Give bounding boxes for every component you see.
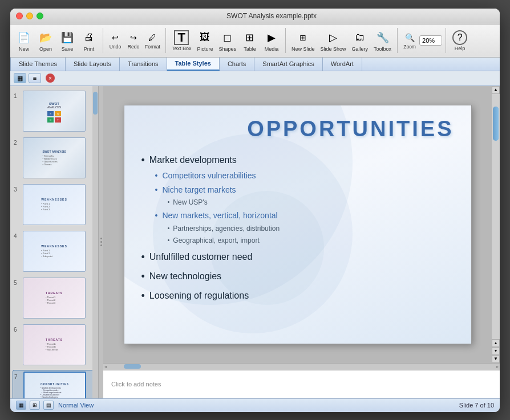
separator-4 (397, 28, 398, 53)
slide-thumb-4: WEAKNESSES • Point 1• Point 2• Sub-point (23, 231, 86, 272)
slide-item-3[interactable]: 3 WEAKNESSES • Point 1• Point 2• Point 3 (13, 183, 96, 226)
newslide-label: New Slide (292, 46, 315, 52)
bullet-competitors: Competitors vulnerabilities (155, 169, 454, 182)
new-icon: 📄 (16, 30, 32, 46)
tab-transitions[interactable]: Transitions (120, 58, 167, 71)
slide-list: 1 SWOT ANALYSIS S W O T (10, 86, 98, 398)
shapes-button[interactable]: ◻ Shapes (216, 28, 238, 53)
newslide-button[interactable]: ⊞ New Slide (289, 28, 317, 53)
zoom-icon: 🔍 (403, 31, 416, 44)
separator-1 (103, 28, 103, 53)
zoom-input[interactable]: 20% (419, 35, 442, 46)
toolbox-label: Toolbox (374, 46, 391, 52)
status-normal-view-button[interactable]: ▦ (16, 401, 26, 410)
status-grid-view-button[interactable]: ⊞ (30, 401, 40, 410)
notes-area[interactable]: Click to add notes (103, 370, 500, 398)
tab-smartart[interactable]: SmartArt Graphics (254, 58, 322, 71)
scroll-down-btn-1[interactable]: ▴ (492, 339, 500, 347)
close-button[interactable] (16, 13, 23, 19)
save-button[interactable]: 💾 Save (57, 28, 78, 53)
undo-button[interactable]: ↩ Undo (107, 31, 124, 50)
tab-table-styles[interactable]: Table Styles (167, 58, 220, 71)
slide-item-5[interactable]: 5 THREATS • Threat 1• Threat 2• Threat 3 (13, 276, 96, 320)
help-icon: ? (452, 30, 467, 45)
new-button[interactable]: 📄 New (14, 28, 34, 53)
main-content: 1 SWOT ANALYSIS S W O T (10, 86, 500, 398)
table-label: Table (244, 46, 256, 52)
slide-item-4[interactable]: 4 WEAKNESSES • Point 1• Point 2• Sub-poi… (13, 230, 96, 273)
slide-body: Market developments Competitors vulnerab… (141, 153, 454, 304)
zoom-group: 🔍 Zoom 20% (401, 31, 442, 50)
notes-placeholder: Click to add notes (111, 381, 161, 388)
gallery-label: Gallery (352, 46, 369, 52)
slide-canvas[interactable]: OPPORTUNITIES Market developments Compet… (124, 105, 472, 344)
slideshow-label: Slide Show (321, 46, 346, 52)
bottom-scrollbar[interactable]: ◂ ▸ (103, 363, 500, 370)
minimize-button[interactable] (26, 13, 33, 19)
undo-icon: ↩ (109, 31, 122, 44)
slide-thumb-2: SWOT ANALYSIS • Strengths• Weaknesses• O… (23, 137, 86, 178)
print-label: Print (84, 46, 95, 52)
open-icon: 📂 (38, 30, 54, 46)
picture-button[interactable]: 🖼 Picture (195, 28, 215, 53)
table-button[interactable]: ⊞ Table (240, 28, 260, 53)
format-button[interactable]: 🖊 Format (143, 31, 162, 50)
scroll-up-button[interactable]: ▲ (492, 86, 500, 94)
scroll-down-btn-2[interactable]: ▾ (492, 347, 500, 355)
slide-canvas-area: OPPORTUNITIES Market developments Compet… (103, 86, 492, 363)
save-icon: 💾 (59, 30, 75, 46)
slide-item-7[interactable]: 7 OPPORTUNITIES • Market developments • … (13, 370, 96, 398)
media-icon: ▶ (264, 30, 280, 46)
media-button[interactable]: ▶ Media (261, 28, 282, 53)
close-panel-button[interactable]: × (46, 74, 55, 83)
slideshow-icon: ▷ (325, 30, 341, 46)
print-button[interactable]: 🖨 Print (79, 28, 99, 53)
view-btn-normal[interactable]: ▦ (14, 73, 26, 83)
zoom-label: Zoom (403, 44, 416, 50)
slide-item-1[interactable]: 1 SWOT ANALYSIS S W O T (13, 89, 96, 133)
traffic-lights (16, 13, 43, 19)
ribbon-tabs: Slide Themes Slide Layouts Transitions T… (10, 58, 500, 71)
slide-number-1: 1 (14, 93, 21, 99)
shapes-icon: ◻ (220, 30, 236, 46)
scrollbar-track[interactable] (492, 94, 500, 339)
bullet-geographical: Geographical, export, import (168, 235, 454, 246)
scroll-down-button[interactable]: ▼ (492, 355, 500, 363)
slideshow-button[interactable]: ▷ Slide Show (318, 28, 349, 53)
slide-number-7: 7 (14, 374, 21, 380)
zoom-button[interactable]: 🔍 Zoom (401, 31, 418, 50)
slide-item-2[interactable]: 2 SWOT ANALYSIS • Strengths• Weaknesses•… (13, 136, 96, 180)
tab-wordart[interactable]: WordArt (323, 58, 362, 71)
tab-slide-themes[interactable]: Slide Themes (10, 58, 66, 71)
textbox-button[interactable]: T Text Box (169, 29, 194, 52)
textbox-icon: T (174, 30, 189, 45)
redo-button[interactable]: ↪ Redo (125, 31, 142, 50)
format-icon: 🖊 (146, 31, 159, 44)
textbox-label: Text Box (172, 46, 192, 51)
tab-slide-layouts[interactable]: Slide Layouts (66, 58, 120, 71)
gallery-button[interactable]: 🗂 Gallery (350, 28, 371, 53)
slide-panel: 1 SWOT ANALYSIS S W O T (10, 86, 99, 398)
view-btn-list[interactable]: ≡ (29, 73, 41, 83)
bullet-unfulfilled: Unfulfilled customer need (141, 250, 454, 266)
panel-scrollbar[interactable] (92, 86, 98, 398)
undo-label: Undo (110, 44, 121, 50)
maximize-button[interactable] (37, 13, 43, 19)
slide-item-6[interactable]: 6 THREATS • Threat A• Threat B• Sub-thre… (13, 323, 96, 366)
view-controls: ▦ ≡ × (10, 71, 500, 86)
resize-handle[interactable] (99, 86, 103, 398)
status-view-label: Normal View (58, 402, 94, 409)
status-slide-info: Slide 7 of 10 (459, 402, 494, 409)
format-label: Format (145, 44, 160, 50)
status-bar: ▦ ⊞ ▤ Normal View Slide 7 of 10 (10, 398, 500, 412)
toolbox-button[interactable]: 🔧 Toolbox (371, 28, 394, 53)
tab-charts[interactable]: Charts (220, 58, 254, 71)
open-button[interactable]: 📂 Open (35, 28, 56, 53)
help-button[interactable]: ? Help (450, 29, 470, 52)
separator-5 (446, 28, 446, 53)
status-presenter-view-button[interactable]: ▤ (43, 401, 54, 410)
slide-number-3: 3 (14, 186, 21, 193)
slide-number-4: 4 (14, 233, 21, 239)
slide-thumb-5: THREATS • Threat 1• Threat 2• Threat 3 (23, 278, 86, 319)
picture-label: Picture (197, 46, 213, 52)
